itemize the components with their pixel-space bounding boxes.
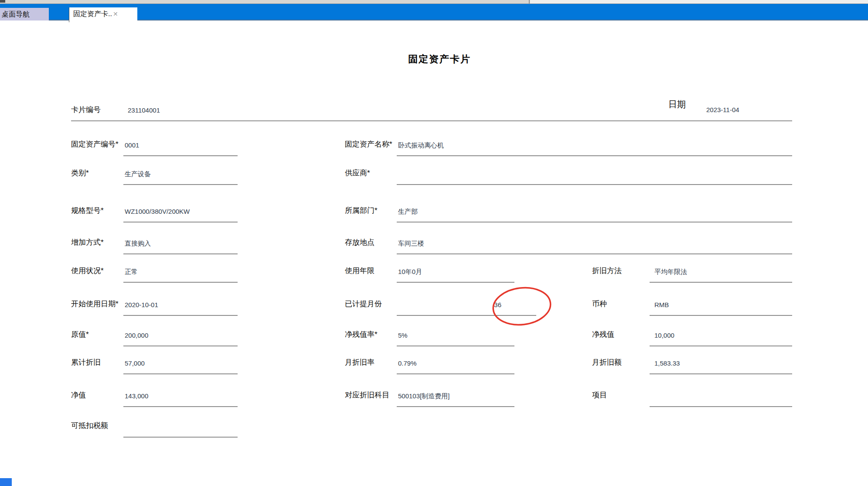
accum-depr-input[interactable]: 57,000 (123, 359, 238, 374)
asset-code-label: 固定资产编号* (71, 140, 119, 149)
monthly-depr-rate-label: 月折旧率 (345, 358, 374, 367)
usage-status-label: 使用状况* (71, 266, 104, 276)
start-date-input[interactable]: 2020-10-01 (123, 300, 238, 316)
useful-life-input[interactable]: 10年0月 (397, 267, 514, 283)
window-top-edge (0, 0, 868, 4)
location-input[interactable]: 车间三楼 (397, 239, 792, 254)
depr-method-label: 折旧方法 (592, 266, 622, 276)
residual-rate-label: 净残值率* (345, 330, 378, 339)
asset-code-input[interactable]: 0001 (123, 140, 238, 156)
location-label: 存放地点 (345, 238, 374, 247)
app-window: 桌面导航 固定资产卡..✕ 固定资产卡片 卡片编号 231104001 日期 2… (0, 0, 868, 486)
tab-fixed-asset-card[interactable]: 固定资产卡..✕ (69, 7, 137, 22)
page-title: 固定资产卡片 (374, 53, 505, 66)
depr-method-input[interactable]: 平均年限法 (650, 267, 792, 283)
date-value: 2023-11-04 (706, 106, 739, 114)
monthly-depr-amount-label: 月折旧额 (592, 358, 622, 367)
supplier-input[interactable] (397, 169, 792, 185)
tab-desktop-nav[interactable]: 桌面导航 (0, 8, 49, 21)
window-edge-divider (529, 0, 530, 3)
header-rule (71, 120, 792, 121)
currency-input[interactable]: RMB (650, 300, 792, 316)
usage-status-input[interactable]: 正常 (123, 267, 238, 283)
accum-depr-label: 累计折旧 (71, 358, 101, 367)
project-label: 项目 (592, 390, 607, 400)
original-value-label: 原值* (71, 330, 89, 339)
spec-model-input[interactable]: WZ1000/380V/200KW (123, 207, 238, 222)
monthly-depr-rate-input[interactable]: 0.79% (397, 359, 514, 374)
start-date-label: 开始使用日期* (71, 299, 119, 309)
depr-account-input[interactable]: 500103[制造费用] (397, 391, 514, 407)
useful-life-label: 使用年限 (345, 266, 374, 276)
asset-name-input[interactable]: 卧式振动离心机 (397, 140, 792, 156)
supplier-label: 供应商* (345, 168, 370, 178)
deductible-tax-input[interactable] (123, 422, 238, 438)
department-input[interactable]: 生产部 (397, 207, 792, 222)
tab-fixed-asset-card-label: 固定资产卡.. (73, 10, 112, 17)
card-no-label: 卡片编号 (71, 105, 101, 115)
residual-value-input[interactable]: 10,000 (650, 331, 792, 346)
department-label: 所属部门* (345, 206, 378, 216)
months-accrued-input[interactable]: 36 (397, 300, 536, 316)
tab-desktop-nav-label: 桌面导航 (2, 10, 30, 18)
currency-label: 币种 (592, 299, 607, 309)
category-label: 类别* (71, 168, 89, 178)
date-label: 日期 (668, 99, 686, 110)
residual-value-label: 净残值 (592, 330, 614, 339)
original-value-input[interactable]: 200,000 (123, 331, 238, 346)
net-value-input[interactable]: 143,000 (123, 391, 238, 407)
add-method-input[interactable]: 直接购入 (123, 239, 238, 254)
monthly-depr-amount-input[interactable]: 1,583.33 (650, 359, 792, 374)
taskbar-corner-fragment (0, 478, 12, 486)
depr-account-label: 对应折旧科目 (345, 390, 389, 400)
window-top-edge-right (530, 0, 868, 3)
asset-name-label: 固定资产名称* (345, 140, 392, 149)
residual-rate-input[interactable]: 5% (397, 331, 514, 346)
spec-model-label: 规格型号* (71, 206, 104, 216)
project-input[interactable] (650, 391, 792, 407)
window-edge-notch (0, 0, 5, 3)
close-icon[interactable]: ✕ (113, 10, 118, 17)
months-accrued-label: 已计提月份 (345, 299, 382, 309)
add-method-label: 增加方式* (71, 238, 104, 247)
deductible-tax-label: 可抵扣税额 (71, 421, 108, 431)
category-input[interactable]: 生产设备 (123, 169, 238, 185)
card-no-value: 231104001 (128, 106, 160, 115)
net-value-label: 净值 (71, 390, 86, 400)
